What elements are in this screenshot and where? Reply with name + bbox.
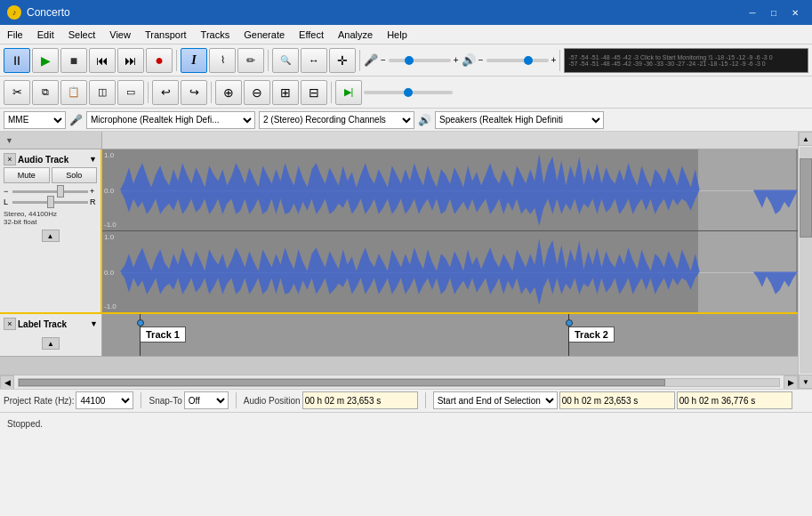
scroll-left-button[interactable]: ◀: [0, 375, 14, 390]
input-device-select[interactable]: Microphone (Realtek High Defi...: [86, 111, 255, 129]
vol-pan-controls: − + L R: [4, 187, 97, 206]
vertical-scrollbar: ▲ ▼: [798, 132, 812, 389]
label-track-close-button[interactable]: ×: [4, 318, 16, 330]
menu-view[interactable]: View: [102, 25, 138, 44]
stop-button[interactable]: ■: [60, 48, 87, 73]
channels-select[interactable]: 2 (Stereo) Recording Channels: [259, 111, 414, 129]
separator10: [425, 392, 426, 408]
menu-select[interactable]: Select: [61, 25, 103, 44]
undo-button[interactable]: ↩: [152, 80, 179, 105]
window-controls: ─ □ ✕: [743, 4, 805, 20]
menu-file[interactable]: File: [0, 25, 30, 44]
label-track-collapse: ▲: [4, 337, 98, 350]
maximize-button[interactable]: □: [764, 4, 784, 20]
redo-button[interactable]: ↪: [181, 80, 207, 105]
pan-slider[interactable]: [12, 201, 88, 204]
sel-mode-select[interactable]: Start and End of Selection: [433, 391, 558, 409]
timeline-ruler: ▼ -15 0 15 30 45 1:00 1:15 1:30 1:45 2:0…: [0, 132, 798, 149]
output-device-select[interactable]: Speakers (Realtek High Definiti: [435, 111, 604, 129]
vscroll-track[interactable]: [800, 147, 812, 374]
copy-button[interactable]: ⧉: [32, 80, 59, 105]
trim-button[interactable]: ◫: [89, 80, 116, 105]
mute-button[interactable]: Mute: [4, 167, 50, 183]
zoom-in2-button[interactable]: ⊕: [215, 80, 242, 105]
close-button[interactable]: ✕: [785, 4, 805, 20]
audio-track-controls: × Audio Track ▼ Mute Solo − + L: [0, 149, 102, 312]
solo-button[interactable]: Solo: [52, 167, 98, 183]
record-button[interactable]: ●: [146, 48, 173, 73]
zoom-fit-button[interactable]: ⊞: [272, 80, 299, 105]
skip-end-button[interactable]: ⏭: [117, 48, 144, 73]
scroll-thumb[interactable]: [19, 379, 665, 386]
audio-track-close-button[interactable]: ×: [4, 153, 16, 165]
vu-meter[interactable]: -57 -54 -51 -48 -45 -42 -3 Click to Star…: [564, 48, 808, 73]
horizontal-scrollbar[interactable]: ◀ ▶: [0, 375, 798, 389]
play-button[interactable]: ▶: [32, 48, 59, 73]
mic-icon: 🎤: [364, 53, 378, 67]
label-track-content[interactable]: Track 1 Track 2: [102, 314, 798, 356]
menu-edit[interactable]: Edit: [30, 25, 61, 44]
menu-effect[interactable]: Effect: [292, 25, 331, 44]
separator2: [268, 50, 269, 71]
driver-select[interactable]: MME: [4, 111, 66, 129]
waveform-channel-2[interactable]: 1.0 0.0 -1.0: [102, 231, 798, 312]
paste-button[interactable]: 📋: [60, 80, 87, 105]
waveform-channel-1[interactable]: 1.0 0.0 -1.0: [102, 149, 798, 231]
label-tag-2[interactable]: Track 2: [568, 327, 615, 343]
pan-right-label: R: [90, 198, 97, 206]
waveform-svg-ch2: [120, 231, 798, 312]
menu-help[interactable]: Help: [380, 25, 414, 44]
ruler-green-arrow: ▼: [5, 136, 13, 145]
audio-track-waveform-area[interactable]: 1.0 0.0 -1.0 1.0 0.0 -1.0: [102, 149, 798, 312]
scroll-right-button[interactable]: ▶: [784, 375, 798, 390]
vu-scale-bottom: -57 -54 -51 -48 -45 -42 -39 -36 -33 -30 …: [568, 60, 765, 67]
scroll-up-button[interactable]: ▲: [799, 132, 812, 146]
pan-row: L R: [4, 198, 97, 206]
menu-generate[interactable]: Generate: [237, 25, 292, 44]
cut-button[interactable]: ✂: [4, 80, 30, 105]
selection-tool-button[interactable]: I: [181, 48, 207, 73]
vscroll-thumb[interactable]: [800, 158, 812, 238]
zoom-out2-button[interactable]: ⊖: [244, 80, 270, 105]
minimize-button[interactable]: ─: [743, 4, 762, 20]
mic-vol-minus: −: [381, 55, 386, 65]
mic-gain-slider[interactable]: [389, 59, 451, 62]
sel-end-input[interactable]: 00 h 02 m 36,776 s: [677, 391, 792, 409]
vu-scale-top: -57 -54 -51 -48 -45 -42 -3 Click to Star…: [568, 54, 772, 60]
label-track-dropdown[interactable]: ▼: [90, 319, 98, 328]
audio-track-collapse-button[interactable]: ▲: [42, 230, 60, 242]
label-tag-1[interactable]: Track 1: [140, 327, 186, 343]
multi-tool-button[interactable]: ✛: [329, 48, 356, 73]
audio-position-input[interactable]: 00 h 02 m 23,653 s: [302, 391, 418, 409]
mic-gain-area: 🎤 − + 🔊 − +: [364, 53, 556, 67]
mic-vol-plus: +: [454, 55, 459, 65]
menu-tracks[interactable]: Tracks: [194, 25, 237, 44]
play-speed-slider[interactable]: [364, 91, 453, 94]
play-at-speed-button[interactable]: ▶|: [335, 80, 362, 105]
time-shift-button[interactable]: ↔: [301, 48, 327, 73]
audio-track: × Audio Track ▼ Mute Solo − + L: [0, 149, 798, 314]
audio-track-dropdown[interactable]: ▼: [89, 155, 97, 164]
label-track-collapse-button[interactable]: ▲: [42, 337, 60, 350]
zoom-sel-button[interactable]: ⊟: [301, 80, 327, 105]
audio-track-info-line2: 32-bit float: [4, 218, 97, 226]
silence-button[interactable]: ▭: [117, 80, 144, 105]
label-track-name: Label Track: [18, 319, 88, 329]
envelope-tool-button[interactable]: ⌇: [209, 48, 236, 73]
project-rate-field: Project Rate (Hz): 44100: [4, 391, 133, 409]
title-bar: ♪ Concerto ─ □ ✕: [0, 0, 812, 25]
menu-analyze[interactable]: Analyze: [331, 25, 380, 44]
snap-to-select[interactable]: Off: [184, 391, 229, 409]
draw-tool-button[interactable]: ✏: [237, 48, 264, 73]
project-rate-select[interactable]: 44100: [76, 391, 133, 409]
pan-left-label: L: [4, 198, 11, 206]
skip-start-button[interactable]: ⏮: [89, 48, 116, 73]
scroll-down-button[interactable]: ▼: [799, 375, 812, 389]
menu-transport[interactable]: Transport: [138, 25, 194, 44]
scroll-track[interactable]: [18, 378, 780, 387]
output-vol-slider[interactable]: [486, 59, 549, 62]
pause-button[interactable]: ⏸: [4, 48, 30, 73]
volume-slider[interactable]: [12, 190, 88, 193]
sel-start-input[interactable]: 00 h 02 m 23,653 s: [559, 391, 675, 409]
zoom-in-button[interactable]: 🔍: [272, 48, 299, 73]
